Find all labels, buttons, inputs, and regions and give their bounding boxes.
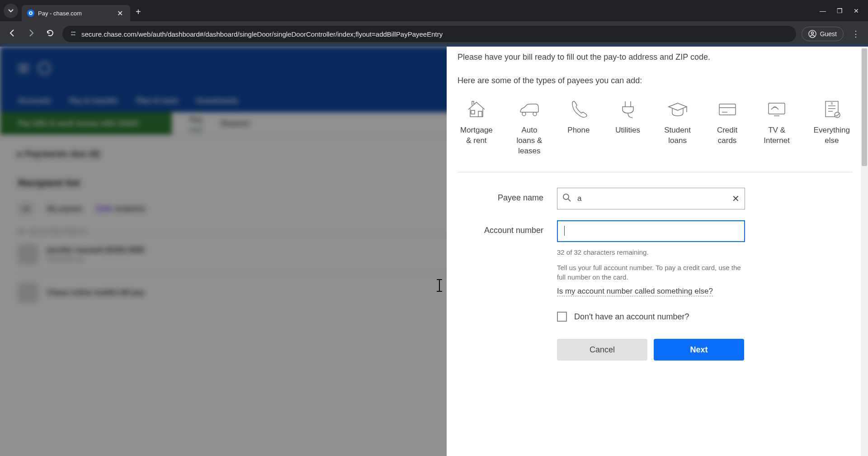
intro-text-2: Here are some of the types of payees you… <box>458 76 853 86</box>
account-number-input[interactable] <box>557 220 745 242</box>
payee-type-label: Phone <box>567 125 590 136</box>
phone-icon <box>566 98 591 120</box>
payee-type-credit[interactable]: Creditcards <box>715 98 740 157</box>
payee-name-input[interactable] <box>557 188 745 209</box>
payee-type-label: Creditcards <box>717 125 737 146</box>
account-helper-text: Tell us your full account number. To pay… <box>557 263 745 283</box>
svg-point-2 <box>74 34 75 35</box>
browser-tab[interactable]: Pay - chase.com ✕ <box>22 5 130 21</box>
svg-rect-6 <box>719 104 736 115</box>
svg-text:$: $ <box>831 101 833 105</box>
maximize-icon[interactable]: ❐ <box>837 7 843 14</box>
cancel-button[interactable]: Cancel <box>557 339 647 361</box>
reload-button[interactable] <box>43 26 57 42</box>
browser-menu-icon[interactable]: ⋮ <box>849 26 863 42</box>
payee-type-label: TV &Internet <box>764 125 790 146</box>
payee-type-label: Utilities <box>615 125 640 136</box>
payee-type-tv[interactable]: TV &Internet <box>764 98 790 157</box>
clear-input-icon[interactable]: ✕ <box>732 193 740 204</box>
car-icon <box>517 98 542 120</box>
svg-rect-3 <box>71 34 74 35</box>
tab-title: Pay - chase.com <box>38 10 112 17</box>
payee-type-row: Mortgage& rent Autoloans &leases Phone <box>458 98 853 172</box>
forward-button[interactable] <box>24 26 38 42</box>
payee-type-utilities[interactable]: Utilities <box>615 98 641 157</box>
tab-search-dropdown[interactable] <box>4 4 18 18</box>
no-account-label: Don't have an account number? <box>574 312 689 322</box>
svg-rect-9 <box>769 103 785 114</box>
next-button[interactable]: Next <box>654 339 744 361</box>
tv-icon <box>764 98 789 120</box>
address-bar[interactable]: secure.chase.com/web/auth/dashboard#/das… <box>62 26 796 42</box>
svg-point-17 <box>563 194 569 200</box>
url-text: secure.chase.com/web/auth/dashboard#/das… <box>81 30 443 38</box>
close-window-icon[interactable]: ✕ <box>854 7 859 14</box>
payee-type-label: Studentloans <box>664 125 691 146</box>
text-caret <box>564 226 565 236</box>
scrollbar[interactable] <box>861 47 868 456</box>
payee-type-auto[interactable]: Autoloans &leases <box>517 98 542 157</box>
payee-type-phone[interactable]: Phone <box>566 98 591 157</box>
account-help-link[interactable]: Is my account number called something el… <box>557 287 713 296</box>
payee-type-mortgage[interactable]: Mortgage& rent <box>460 98 493 157</box>
account-number-label: Account number <box>458 220 557 235</box>
svg-point-0 <box>71 31 73 33</box>
add-payee-flyout: Please have your bill ready to fill out … <box>447 47 863 456</box>
scrollbar-thumb[interactable] <box>862 48 867 166</box>
intro-text-1: Please have your bill ready to fill out … <box>458 47 853 63</box>
plug-icon <box>615 98 641 120</box>
profile-button[interactable]: Guest <box>802 27 844 41</box>
profile-label: Guest <box>820 30 837 38</box>
close-tab-icon[interactable]: ✕ <box>115 8 125 19</box>
credit-card-icon <box>715 98 740 120</box>
grad-cap-icon <box>665 98 690 120</box>
payee-type-label: Mortgage& rent <box>460 125 493 146</box>
payee-name-label: Payee name <box>458 188 557 203</box>
svg-rect-1 <box>73 32 75 33</box>
document-icon: $ <box>819 98 844 120</box>
char-counter: 32 of 32 characters remaining. <box>557 247 745 257</box>
site-settings-icon[interactable] <box>70 30 77 38</box>
chase-favicon <box>27 10 34 17</box>
svg-line-18 <box>568 199 571 201</box>
svg-point-16 <box>835 112 840 118</box>
no-account-checkbox[interactable] <box>557 312 567 322</box>
payee-type-student[interactable]: Studentloans <box>664 98 691 157</box>
house-icon <box>464 98 489 120</box>
payee-type-label: Autoloans &leases <box>517 125 542 157</box>
minimize-icon[interactable]: — <box>820 7 826 14</box>
svg-point-5 <box>811 32 813 34</box>
search-icon <box>562 193 571 204</box>
back-button[interactable] <box>5 26 19 42</box>
payee-type-label: Everythingelse <box>814 125 850 146</box>
payee-type-everything[interactable]: $ Everythingelse <box>814 98 850 157</box>
new-tab-button[interactable]: + <box>130 7 146 17</box>
